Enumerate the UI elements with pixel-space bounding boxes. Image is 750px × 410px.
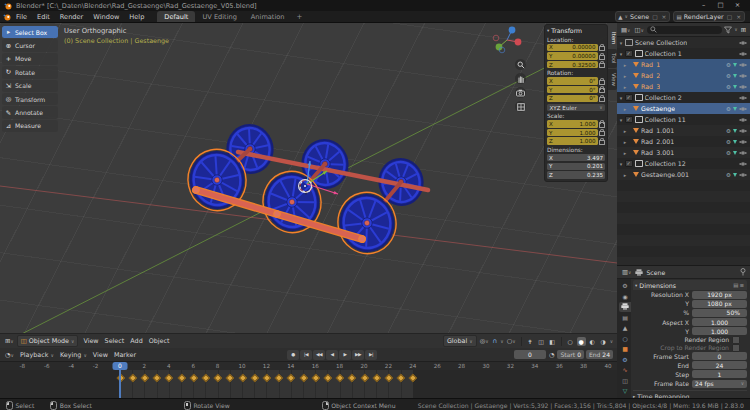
- mesh-data-icon[interactable]: [733, 63, 737, 67]
- eye-icon[interactable]: [739, 95, 747, 101]
- minimize-button[interactable]: –: [695, 0, 712, 11]
- viewport-menu-object[interactable]: Object: [146, 337, 173, 345]
- modifier-wrench-icon[interactable]: ⚙: [726, 139, 731, 145]
- modifier-wrench-icon[interactable]: ⚙: [726, 128, 731, 134]
- eye-icon[interactable]: [739, 84, 747, 90]
- location-z-field[interactable]: Z0.32500: [547, 61, 598, 68]
- properties-tab-constraints[interactable]: ◫: [619, 376, 631, 386]
- pan-hand-button[interactable]: [515, 73, 526, 84]
- mesh-data-icon[interactable]: [733, 129, 737, 133]
- shading-material-button[interactable]: ◐: [588, 337, 597, 346]
- dimensions-y-field[interactable]: Y0.201: [547, 163, 605, 170]
- mode-dropdown[interactable]: ◫ Object Mode∨: [17, 335, 79, 347]
- tool-measure[interactable]: ⊿ Measure: [2, 120, 58, 132]
- outliner-row-rad-3-001[interactable]: ▸Rad_3.001⚙: [617, 147, 750, 158]
- snap-magnet-toggle[interactable]: ∩: [492, 337, 499, 345]
- unlink-scene-button[interactable]: ×: [661, 14, 668, 20]
- properties-tab-world[interactable]: ○: [619, 334, 631, 344]
- presets-icons[interactable]: ▤≡: [733, 282, 745, 288]
- tool-annotate[interactable]: ✎ Annotate: [2, 106, 58, 118]
- shading-rendered-button[interactable]: ◑: [599, 337, 608, 346]
- show-overlays-toggle[interactable]: ◫: [537, 337, 546, 346]
- scale-x-field[interactable]: X1.000: [547, 120, 598, 127]
- new-scene-button[interactable]: ▢: [651, 14, 658, 20]
- properties-tab-view-layer[interactable]: ▤: [619, 313, 631, 323]
- shading-wireframe-button[interactable]: ○: [566, 337, 575, 346]
- eye-icon[interactable]: [739, 128, 747, 134]
- eye-icon[interactable]: [739, 73, 747, 79]
- scale-y-field[interactable]: Y1.000: [547, 129, 598, 136]
- eye-icon[interactable]: [739, 117, 747, 123]
- rotation-y-field[interactable]: Y0°: [547, 86, 598, 93]
- transform-panel-header[interactable]: ▾ Transform: [547, 26, 605, 35]
- viewport-3d[interactable]: ▸ Select Box ⊕ Cursor + Move ↻ Rotate ⇲ …: [0, 23, 617, 348]
- timeline-tracks[interactable]: [0, 370, 617, 398]
- mesh-data-icon[interactable]: [733, 173, 737, 177]
- add-workspace-button[interactable]: +: [291, 13, 307, 21]
- rotation-mode-dropdown[interactable]: XYZ Euler ∨: [547, 104, 605, 112]
- properties-tab-tool[interactable]: ⚙: [619, 281, 631, 291]
- viewlayer-selector[interactable]: ▤ RenderLayer ▢ ×: [673, 11, 745, 22]
- current-frame-indicator[interactable]: 0: [113, 362, 128, 371]
- jump-end-button[interactable]: ▶|: [365, 350, 377, 360]
- scale-z-field[interactable]: Z1.000: [547, 137, 598, 144]
- lock-icon[interactable]: [599, 131, 605, 136]
- outliner-row-rad-3[interactable]: ▸Rad_3⚙: [617, 81, 750, 92]
- filter-dropdown[interactable]: ∨: [734, 27, 737, 32]
- filter-icon[interactable]: [724, 26, 732, 34]
- outliner-row-gestaenge-001[interactable]: ▸Gestaenge.001⚙: [617, 169, 750, 180]
- snap-dropdown[interactable]: ∨: [500, 339, 503, 344]
- field-end[interactable]: 24: [692, 361, 747, 369]
- outliner-row-collection-12[interactable]: ▾✓Collection 12: [617, 158, 750, 169]
- collection-checkbox[interactable]: ✓: [625, 94, 633, 102]
- modifier-wrench-icon[interactable]: ⚙: [726, 106, 731, 112]
- field-aspect-x[interactable]: 1.000: [692, 318, 747, 326]
- properties-tab-physics[interactable]: ∿: [619, 365, 631, 375]
- outliner-row-rad-2[interactable]: ▸Rad_2⚙: [617, 70, 750, 81]
- viewport-menu-add[interactable]: Add: [127, 337, 145, 345]
- lock-icon[interactable]: [599, 122, 605, 127]
- new-collection-button[interactable]: ⊞: [740, 26, 747, 34]
- field-frame-start[interactable]: 0: [692, 352, 747, 360]
- play-reverse-button[interactable]: ◀: [326, 350, 338, 360]
- tool-scale[interactable]: ⇲ Scale: [2, 80, 58, 92]
- workspace-tab-default[interactable]: Default: [157, 11, 195, 22]
- close-button[interactable]: ×: [729, 0, 746, 11]
- eye-icon[interactable]: [739, 40, 747, 46]
- tool-move[interactable]: + Move: [2, 53, 58, 65]
- lock-icon[interactable]: [599, 55, 605, 60]
- mesh-data-icon[interactable]: [733, 107, 737, 111]
- orientation-dropdown[interactable]: Global∨: [443, 335, 477, 347]
- lock-icon[interactable]: [599, 88, 605, 93]
- shading-solid-button[interactable]: ●: [577, 337, 586, 346]
- dimensions-z-field[interactable]: Z0.235: [547, 171, 605, 178]
- field--[interactable]: 50%: [692, 309, 747, 317]
- properties-tab-object[interactable]: ■: [619, 344, 631, 354]
- collection-checkbox[interactable]: ✓: [625, 116, 633, 124]
- lock-icon[interactable]: [599, 46, 605, 51]
- timeline-editor[interactable]: ◔∨ Playback ∨Keying ∨ViewMarker 0 ◔ Star…: [0, 348, 617, 398]
- field-y[interactable]: 1.000: [692, 327, 747, 335]
- outliner-editor-type-icon[interactable]: ▤∨: [620, 26, 631, 34]
- eye-icon[interactable]: [739, 62, 747, 68]
- workspace-tab-animation[interactable]: Animation: [244, 11, 292, 22]
- field-step[interactable]: 1: [692, 370, 747, 378]
- frame-rate-dropdown[interactable]: 24 fps∨: [692, 380, 747, 388]
- field-resolution-x[interactable]: 1920 px: [692, 291, 747, 299]
- tool-select-box[interactable]: ▸ Select Box: [2, 26, 58, 38]
- scene-selector[interactable]: ▲∨ Scene ▢ ×: [615, 11, 670, 22]
- prev-keyframe-button[interactable]: ◀◀: [313, 350, 325, 360]
- lock-icon[interactable]: [599, 140, 605, 145]
- outliner-display-mode-icon[interactable]: ◫∨: [633, 26, 644, 34]
- navigation-gizmo[interactable]: [492, 25, 522, 55]
- outliner-row-rad-1-001[interactable]: ▸Rad_1.001⚙: [617, 125, 750, 136]
- menu-help[interactable]: Help: [124, 13, 149, 21]
- auto-key-button[interactable]: ●: [287, 350, 299, 360]
- sidebar-tab-item[interactable]: Item: [608, 28, 617, 48]
- rotation-z-field[interactable]: Z0°: [547, 95, 598, 102]
- location-x-field[interactable]: X0.00000: [547, 44, 598, 51]
- tool-cursor[interactable]: ⊕ Cursor: [2, 39, 58, 51]
- dimensions-x-field[interactable]: X3.497: [547, 154, 605, 161]
- eye-icon[interactable]: [739, 106, 747, 112]
- modifier-wrench-icon[interactable]: ⚙: [726, 62, 731, 68]
